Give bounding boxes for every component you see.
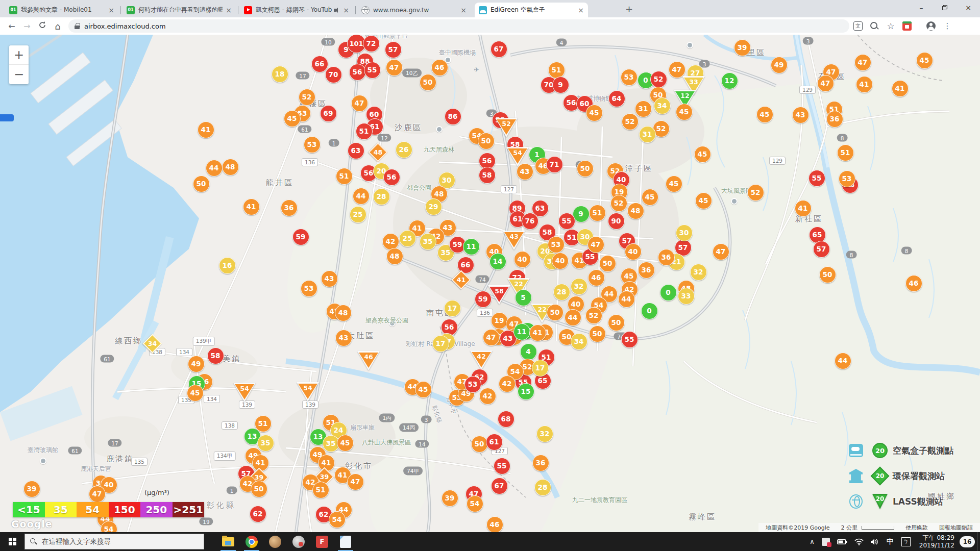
- tab-audio-icon[interactable]: [334, 7, 340, 13]
- aqi-marker[interactable]: 36: [826, 111, 843, 128]
- tab-close-icon[interactable]: ×: [578, 6, 584, 14]
- aqi-marker[interactable]: 47: [89, 486, 106, 503]
- aqi-marker[interactable]: 53: [304, 136, 321, 153]
- aqi-marker[interactable]: 67: [491, 41, 507, 58]
- aqi-marker[interactable]: 54: [233, 383, 256, 402]
- aqi-marker[interactable]: 55: [494, 458, 510, 474]
- aqi-marker[interactable]: 61: [486, 434, 503, 450]
- aqi-marker[interactable]: 76: [522, 213, 538, 230]
- aqi-marker[interactable]: 50: [599, 255, 616, 272]
- bookmark-star-icon[interactable]: ☆: [886, 21, 895, 31]
- browser-tab[interactable]: www.moea.gov.tw×: [357, 3, 471, 17]
- aqi-marker[interactable]: 42: [479, 388, 496, 405]
- aqi-marker[interactable]: 32: [690, 264, 707, 281]
- aqi-marker[interactable]: 52: [585, 307, 602, 324]
- aqi-marker[interactable]: 70: [325, 66, 342, 83]
- aqi-marker[interactable]: 32: [536, 425, 553, 442]
- aqi-marker[interactable]: 9: [552, 77, 569, 93]
- aqi-marker[interactable]: 54: [297, 382, 319, 402]
- aqi-marker[interactable]: 40: [514, 251, 531, 268]
- aqi-marker[interactable]: 47: [351, 95, 368, 112]
- aqi-marker[interactable]: 50: [589, 325, 606, 342]
- aqi-marker[interactable]: 44: [618, 291, 635, 308]
- aqi-marker[interactable]: 50: [478, 133, 495, 149]
- aqi-marker[interactable]: 11: [513, 323, 530, 340]
- aqi-marker[interactable]: 36: [532, 455, 549, 471]
- aqi-marker[interactable]: 31: [635, 101, 652, 117]
- taskbar-chrome[interactable]: [240, 532, 263, 551]
- aqi-marker[interactable]: 53: [548, 236, 565, 253]
- aqi-marker[interactable]: 55: [364, 62, 381, 79]
- close-button[interactable]: ×: [957, 0, 980, 15]
- aqi-marker[interactable]: 19: [491, 312, 508, 329]
- aqi-marker[interactable]: 48: [386, 248, 403, 265]
- aqi-marker[interactable]: 43: [503, 231, 525, 250]
- aqi-marker[interactable]: 43: [517, 163, 533, 180]
- battery-icon[interactable]: [834, 532, 851, 551]
- aqi-marker[interactable]: 46: [357, 351, 380, 370]
- aqi-marker[interactable]: 41: [529, 324, 546, 341]
- aqi-marker[interactable]: 47: [347, 473, 364, 490]
- aqi-marker[interactable]: 56: [441, 319, 458, 336]
- tray-chevron-icon[interactable]: ∧: [806, 532, 818, 551]
- aqi-marker[interactable]: 45: [676, 104, 693, 120]
- aqi-marker[interactable]: 0: [660, 284, 677, 301]
- reload-button[interactable]: [35, 21, 50, 31]
- aqi-marker[interactable]: 40: [552, 253, 569, 269]
- aqi-marker[interactable]: 44: [565, 309, 581, 326]
- aqi-marker[interactable]: 48: [222, 159, 239, 176]
- aqi-marker[interactable]: 45: [916, 52, 933, 69]
- aqi-marker[interactable]: 57: [385, 41, 402, 58]
- aqi-marker[interactable]: 36: [658, 249, 675, 266]
- aqi-marker[interactable]: 11: [463, 238, 480, 255]
- aqi-marker[interactable]: 34: [654, 97, 671, 114]
- aqi-marker[interactable]: 53: [621, 69, 638, 86]
- aqi-marker[interactable]: 25: [399, 230, 416, 247]
- aqi-marker[interactable]: 53: [464, 376, 481, 393]
- aqi-marker[interactable]: 47: [587, 236, 604, 253]
- aqi-marker[interactable]: 69: [320, 105, 337, 122]
- home-button[interactable]: ⌂: [50, 21, 65, 32]
- aqi-marker[interactable]: 64: [608, 90, 625, 107]
- aqi-marker[interactable]: 48: [335, 305, 352, 321]
- aqi-marker[interactable]: 42: [382, 233, 399, 250]
- aqi-marker[interactable]: 56: [349, 64, 366, 81]
- tab-close-icon[interactable]: ×: [108, 6, 114, 14]
- aqi-marker[interactable]: 41: [243, 198, 260, 215]
- aqi-marker[interactable]: 33: [678, 288, 695, 305]
- aqi-marker[interactable]: 90: [608, 213, 625, 230]
- show-desktop-button[interactable]: [977, 532, 980, 551]
- aqi-marker[interactable]: 45: [694, 146, 711, 163]
- menu-button[interactable]: [0, 114, 14, 121]
- aqi-marker[interactable]: 51: [255, 415, 272, 432]
- extension-icon[interactable]: [902, 21, 912, 31]
- aqi-marker[interactable]: 45: [642, 189, 658, 206]
- aqi-marker[interactable]: 0: [641, 303, 658, 319]
- taskbar-app-game[interactable]: [263, 532, 287, 551]
- browser-tab[interactable]: 01何時才能在台中再看到這樣的藍天×: [122, 3, 236, 17]
- aqi-marker[interactable]: 86: [445, 108, 461, 125]
- aqi-marker[interactable]: 58: [207, 347, 224, 364]
- aqi-marker[interactable]: 45: [415, 381, 432, 398]
- taskbar-file-explorer[interactable]: [216, 532, 240, 551]
- tab-close-icon[interactable]: ×: [226, 6, 232, 14]
- aqi-marker[interactable]: 46: [486, 516, 503, 533]
- aqi-marker[interactable]: 51: [548, 62, 565, 79]
- aqi-marker[interactable]: 50: [471, 436, 488, 453]
- aqi-marker[interactable]: 46: [905, 275, 922, 292]
- aqi-marker[interactable]: 52: [495, 118, 518, 137]
- aqi-marker[interactable]: 57: [813, 241, 830, 258]
- aqi-marker[interactable]: 49: [771, 57, 788, 73]
- taskbar-notes[interactable]: [334, 532, 357, 551]
- aqi-marker[interactable]: 44: [835, 353, 851, 369]
- aqi-marker[interactable]: 46: [431, 59, 448, 76]
- aqi-marker[interactable]: 28: [534, 479, 551, 496]
- volume-icon[interactable]: [867, 532, 883, 551]
- aqi-marker[interactable]: 50: [193, 176, 210, 192]
- aqi-marker[interactable]: 12: [721, 72, 738, 89]
- aqi-marker[interactable]: 48: [627, 203, 644, 219]
- aqi-marker[interactable]: 43: [321, 270, 338, 287]
- aqi-marker[interactable]: 47: [669, 61, 685, 78]
- aqi-marker[interactable]: 15: [518, 383, 534, 400]
- aqi-marker[interactable]: 50: [608, 314, 625, 331]
